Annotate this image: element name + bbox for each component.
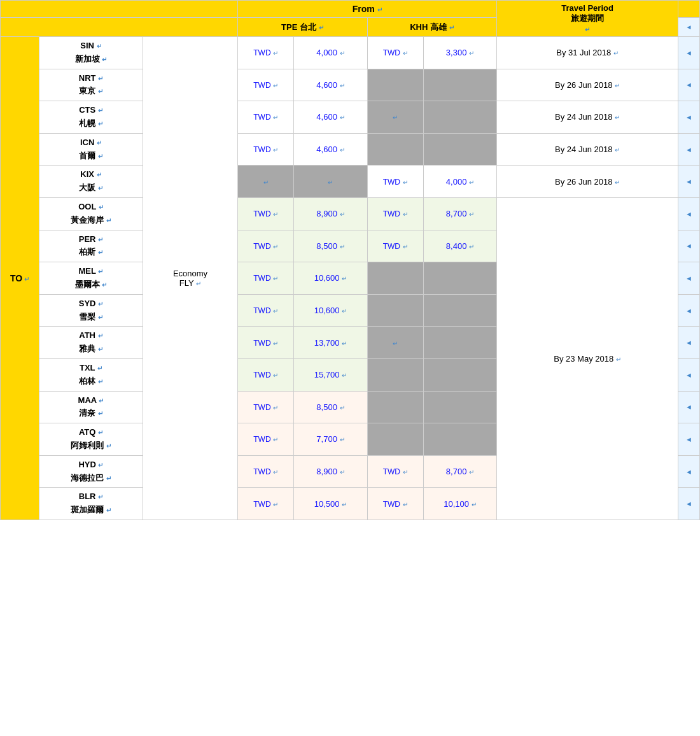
khh-currency-cell xyxy=(367,391,423,423)
main-container: From ↵ Travel Period 旅遊期間 ↵ TPE 台北 ↵ xyxy=(0,0,700,520)
tpe-price-cell: 4,600 ↵ xyxy=(294,69,367,101)
expand-arrow-icon[interactable]: ◄ xyxy=(685,339,692,346)
expand-arrow-cell[interactable]: ◄ xyxy=(678,37,700,69)
travel-period-cell: By 24 Jun 2018 ↵ xyxy=(497,101,678,134)
khh-price: 10,100 xyxy=(444,499,469,509)
destination-cell: PER ↵柏斯 ↵ xyxy=(39,230,143,262)
khh-currency: TWD xyxy=(383,178,400,187)
dest-code: TXL ↵ xyxy=(41,362,141,375)
from-header: From ↵ xyxy=(238,1,497,18)
tpe-price: 13,700 xyxy=(314,338,340,348)
expand-arrow-cell[interactable]: ◄ xyxy=(678,455,700,488)
dest-name: 札幌 ↵ xyxy=(41,117,141,131)
merged-travel-period: By 23 May 2018 xyxy=(554,354,613,364)
dest-name: 阿姆利則 ↵ xyxy=(41,439,141,453)
expand-arrow-icon[interactable]: ◄ xyxy=(685,242,692,250)
expand-arrow-cell[interactable]: ◄ xyxy=(678,294,700,327)
expand-arrow-cell[interactable]: ◄ xyxy=(678,197,700,230)
tpe-price: 4,600 xyxy=(316,80,337,90)
tpe-currency-cell: TWD ↵ xyxy=(238,488,294,520)
expand-arrow-cell[interactable]: ◄ xyxy=(678,166,700,198)
khh-price-cell xyxy=(423,358,496,391)
expand-arrow-icon[interactable]: ◄ xyxy=(685,81,692,88)
khh-price: 4,000 xyxy=(446,177,467,187)
tpe-currency: TWD xyxy=(253,435,270,444)
expand-arrow-cell[interactable]: ◄ xyxy=(678,262,700,295)
dest-code: PER ↵ xyxy=(41,233,141,246)
khh-currency-note: ↵ xyxy=(393,340,398,347)
tpe-price-cell: 4,600 ↵ xyxy=(294,101,367,134)
khh-price: 8,400 xyxy=(446,241,467,251)
dest-name: 新加坡 ↵ xyxy=(41,53,141,66)
expand-arrow-icon[interactable]: ◄ xyxy=(685,500,692,507)
khh-price-cell: 3,300 ↵ xyxy=(423,37,496,69)
expand-arrow-icon[interactable]: ◄ xyxy=(685,307,692,315)
expand-arrow-cell[interactable]: ◄ xyxy=(678,101,700,134)
expand-arrow-cell[interactable]: ◄ xyxy=(678,69,700,101)
arrow-header: ◄ xyxy=(678,18,700,37)
tpe-currency-cell: TWD ↵ xyxy=(238,37,294,69)
tpe-price-cell: 8,900 ↵ xyxy=(294,197,367,230)
expand-arrow-cell[interactable]: ◄ xyxy=(678,133,700,166)
expand-arrow-cell[interactable]: ◄ xyxy=(678,327,700,359)
expand-arrow-cell[interactable]: ◄ xyxy=(678,358,700,391)
dest-name: 墨爾本 ↵ xyxy=(41,278,141,292)
expand-arrow-icon[interactable]: ◄ xyxy=(685,146,692,153)
expand-arrow-cell[interactable]: ◄ xyxy=(678,488,700,520)
tpe-price: 10,500 xyxy=(314,499,340,509)
tpe-price: 4,000 xyxy=(316,48,337,57)
tpe-currency: TWD xyxy=(253,274,270,283)
dest-code: KIX ↵ xyxy=(41,168,141,181)
destination-cell: ICN ↵首爾 ↵ xyxy=(39,133,143,166)
to-label-cell: TO ↵ xyxy=(1,37,39,520)
expand-arrow-icon[interactable]: ◄ xyxy=(685,113,692,121)
dest-code: SIN ↵ xyxy=(41,39,141,53)
dest-code: SYD ↵ xyxy=(41,297,141,311)
dest-name: 黃金海岸 ↵ xyxy=(41,214,141,227)
khh-currency-cell xyxy=(367,69,423,101)
khh-currency-cell xyxy=(367,133,423,166)
fly-label: FLY xyxy=(179,278,194,288)
tpe-currency: TWD xyxy=(253,500,270,509)
tpe-currency-cell: TWD ↵ xyxy=(238,133,294,166)
expand-arrow-icon[interactable]: ◄ xyxy=(685,403,692,411)
dest-name: 清奈 ↵ xyxy=(41,407,141,420)
expand-arrow-icon[interactable]: ◄ xyxy=(685,178,692,185)
khh-price-cell xyxy=(423,133,496,166)
dest-code: MEL ↵ xyxy=(41,265,141,278)
expand-arrow-icon[interactable]: ◄ xyxy=(685,468,692,476)
expand-arrow-cell[interactable]: ◄ xyxy=(678,391,700,423)
tpe-currency: TWD xyxy=(253,113,270,122)
tpe-currency: TWD xyxy=(253,371,270,379)
dest-code: CTS ↵ xyxy=(41,104,141,117)
pricing-table: From ↵ Travel Period 旅遊期間 ↵ TPE 台北 ↵ xyxy=(0,0,700,520)
dest-name: 斑加羅爾 ↵ xyxy=(41,504,141,517)
khh-currency-cell xyxy=(367,294,423,327)
travel-period-cell: By 26 Jun 2018 ↵ xyxy=(497,69,678,101)
destination-cell: NRT ↵東京 ↵ xyxy=(39,69,143,101)
khh-currency-cell: ↵ xyxy=(367,327,423,359)
khh-price-cell: 4,000 ↵ xyxy=(423,166,496,198)
expand-arrow-icon[interactable]: ◄ xyxy=(685,371,692,379)
dest-name: 大阪 ↵ xyxy=(41,181,141,195)
travel-period-cell: By 26 Jun 2018 ↵ xyxy=(497,166,678,198)
tpe-currency-cell: TWD ↵ xyxy=(238,230,294,262)
tpe-price: 8,900 xyxy=(316,209,337,218)
destination-cell: BLR ↵斑加羅爾 ↵ xyxy=(39,488,143,520)
tpe-price: 7,700 xyxy=(316,434,337,444)
khh-header: KHH 高雄 ↵ xyxy=(367,18,497,37)
expand-arrow-icon[interactable]: ◄ xyxy=(685,435,692,443)
expand-arrow-icon[interactable]: ◄ xyxy=(685,49,692,57)
tpe-price-cell: 4,000 ↵ xyxy=(294,37,367,69)
expand-arrow-icon[interactable]: ◄ xyxy=(685,274,692,282)
khh-price-cell: 10,100 ↵ xyxy=(423,488,496,520)
expand-arrow-cell[interactable]: ◄ xyxy=(678,423,700,456)
destination-cell: OOL ↵黃金海岸 ↵ xyxy=(39,197,143,230)
tpe-price: 8,500 xyxy=(316,402,337,412)
expand-arrow-icon[interactable]: ◄ xyxy=(685,210,692,218)
expand-arrow-cell[interactable]: ◄ xyxy=(678,230,700,262)
tpe-currency: TWD xyxy=(253,403,270,412)
dest-code: BLR ↵ xyxy=(41,490,141,504)
tpe-currency-cell: TWD ↵ xyxy=(238,327,294,359)
tpe-currency: TWD xyxy=(253,145,270,154)
